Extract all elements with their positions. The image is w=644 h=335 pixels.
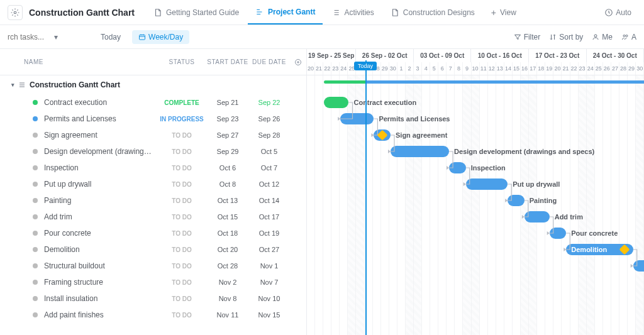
task-due-date[interactable]: Nov 15 bbox=[248, 311, 290, 319]
task-due-date[interactable]: Sep 22 bbox=[248, 99, 290, 106]
gear-icon[interactable] bbox=[8, 5, 23, 20]
task-start-date[interactable]: Nov 8 bbox=[207, 295, 248, 302]
task-status[interactable]: TO DO bbox=[157, 148, 207, 155]
gantt-bar[interactable]: Contract execution bbox=[324, 97, 349, 108]
automation-button[interactable]: Auto bbox=[599, 6, 636, 19]
task-start-date[interactable]: Oct 18 bbox=[207, 229, 248, 237]
task-row[interactable]: Add paint finishes TO DO Nov 11 Nov 15 bbox=[0, 307, 306, 323]
today-button[interactable]: Today bbox=[96, 30, 126, 44]
task-start-date[interactable]: Sep 23 bbox=[207, 115, 248, 123]
task-row[interactable]: Permits and Licenses IN PROGRESS Sep 23 … bbox=[0, 111, 306, 127]
task-start-date[interactable]: Nov 2 bbox=[207, 278, 248, 286]
task-status[interactable]: IN PROGRESS bbox=[157, 116, 207, 123]
task-due-date[interactable]: Oct 19 bbox=[248, 229, 290, 237]
gantt-bar[interactable]: Permits and Licenses bbox=[340, 113, 374, 124]
task-status[interactable]: TO DO bbox=[157, 295, 207, 302]
gantt-row: Inspection bbox=[307, 160, 644, 176]
task-status[interactable]: TO DO bbox=[157, 246, 207, 253]
gantt-bar[interactable]: Inspection bbox=[449, 162, 466, 173]
task-status[interactable]: TO DO bbox=[157, 181, 207, 188]
task-row[interactable]: Framing structure TO DO Nov 2 Nov 7 bbox=[0, 274, 306, 290]
day-header: 3 bbox=[414, 62, 422, 75]
task-start-date[interactable]: Oct 28 bbox=[207, 262, 248, 270]
me-filter[interactable]: Me bbox=[592, 33, 613, 41]
task-status[interactable]: TO DO bbox=[157, 312, 207, 319]
gantt-bar[interactable]: Painting bbox=[508, 195, 525, 206]
tab-construction-designs[interactable]: Construction Designs bbox=[383, 0, 482, 25]
task-status[interactable]: TO DO bbox=[157, 132, 207, 139]
col-header-start[interactable]: Start Date bbox=[207, 58, 248, 65]
task-row[interactable]: Put up drywall TO DO Oct 8 Oct 12 bbox=[0, 176, 306, 192]
task-due-date[interactable]: Sep 26 bbox=[248, 115, 290, 123]
task-start-date[interactable]: Oct 15 bbox=[207, 213, 248, 221]
task-start-date[interactable]: Oct 8 bbox=[207, 180, 248, 188]
task-due-date[interactable]: Nov 10 bbox=[248, 295, 290, 302]
today-line bbox=[365, 60, 367, 335]
assignees-filter[interactable]: A bbox=[621, 33, 636, 41]
tab-activities[interactable]: Activities bbox=[324, 0, 381, 25]
task-row[interactable]: Add trim TO DO Oct 15 Oct 17 bbox=[0, 209, 306, 225]
gantt-bar[interactable]: Put up drywall bbox=[466, 178, 508, 190]
gantt-bar[interactable]: Structural buildout bbox=[633, 260, 644, 272]
task-start-date[interactable]: Oct 13 bbox=[207, 197, 248, 204]
task-row[interactable]: Install insulation TO DO Nov 8 Nov 10 bbox=[0, 290, 306, 307]
search-input[interactable] bbox=[8, 33, 52, 41]
sortby-button[interactable]: Sort by bbox=[549, 33, 583, 41]
gantt-bar[interactable]: Design development (drawings and specs) bbox=[391, 146, 449, 157]
day-header: 20 bbox=[553, 62, 562, 75]
group-toggle[interactable]: ▾ Construction Gantt Chart bbox=[0, 75, 306, 94]
tab-project-gantt[interactable]: Project Gantt bbox=[248, 0, 323, 25]
task-row[interactable]: Pour concrete TO DO Oct 18 Oct 19 bbox=[0, 225, 306, 241]
task-status[interactable]: TO DO bbox=[157, 197, 207, 204]
col-header-due[interactable]: Due Date bbox=[248, 58, 290, 65]
chevron-down-icon[interactable]: ▾ bbox=[54, 33, 58, 41]
filter-button[interactable]: Filter bbox=[514, 33, 541, 41]
task-start-date[interactable]: Sep 21 bbox=[207, 99, 248, 106]
task-status[interactable]: TO DO bbox=[157, 165, 207, 172]
day-header: 27 bbox=[611, 62, 619, 75]
task-row[interactable]: Painting TO DO Oct 13 Oct 14 bbox=[0, 192, 306, 209]
task-start-date[interactable]: Oct 6 bbox=[207, 164, 248, 172]
col-header-name[interactable]: NAME bbox=[0, 58, 157, 65]
task-status[interactable]: TO DO bbox=[157, 214, 207, 221]
gantt-row: Contract execution bbox=[307, 94, 644, 111]
search-input-wrap[interactable]: ▾ bbox=[8, 33, 89, 41]
day-header: 29 bbox=[628, 62, 636, 75]
task-row[interactable]: Structural buildout TO DO Oct 28 Nov 1 bbox=[0, 258, 306, 274]
tab-view[interactable]: +View bbox=[484, 0, 524, 25]
task-status[interactable]: TO DO bbox=[157, 263, 207, 270]
task-start-date[interactable]: Sep 29 bbox=[207, 148, 248, 155]
add-column-button[interactable] bbox=[290, 58, 306, 66]
task-due-date[interactable]: Nov 1 bbox=[248, 262, 290, 270]
task-due-date[interactable]: Oct 5 bbox=[248, 148, 290, 155]
group-summary-bar[interactable] bbox=[324, 80, 644, 84]
col-header-status[interactable]: Status bbox=[157, 58, 207, 65]
task-row[interactable]: Contract execution COMPLETE Sep 21 Sep 2… bbox=[0, 94, 306, 111]
task-due-date[interactable]: Oct 7 bbox=[248, 164, 290, 172]
task-due-date[interactable]: Oct 12 bbox=[248, 180, 290, 188]
zoom-selector[interactable]: Week/Day bbox=[132, 30, 189, 44]
task-due-date[interactable]: Oct 27 bbox=[248, 246, 290, 253]
status-dot bbox=[33, 214, 38, 219]
task-row[interactable]: Inspection TO DO Oct 6 Oct 7 bbox=[0, 160, 306, 176]
task-status[interactable]: TO DO bbox=[157, 279, 207, 286]
task-status[interactable]: TO DO bbox=[157, 230, 207, 237]
tab-getting-started-guide[interactable]: Getting Started Guide bbox=[146, 0, 247, 25]
status-dot bbox=[33, 165, 38, 170]
task-row[interactable]: Sign agreement TO DO Sep 27 Sep 28 bbox=[0, 127, 306, 143]
task-row[interactable]: Design development (drawings an... TO DO… bbox=[0, 143, 306, 160]
task-row[interactable]: Demolition TO DO Oct 20 Oct 27 bbox=[0, 241, 306, 258]
task-due-date[interactable]: Nov 7 bbox=[248, 278, 290, 286]
task-start-date[interactable]: Oct 20 bbox=[207, 246, 248, 253]
task-status[interactable]: COMPLETE bbox=[157, 99, 207, 106]
gantt-bar[interactable]: Add trim bbox=[525, 211, 550, 222]
task-due-date[interactable]: Sep 28 bbox=[248, 131, 290, 139]
task-due-date[interactable]: Oct 17 bbox=[248, 213, 290, 221]
gantt-bar[interactable]: Pour concrete bbox=[550, 228, 567, 239]
status-dot bbox=[33, 296, 38, 301]
board-title: Construction Gantt Chart bbox=[29, 8, 135, 18]
gantt-row: Design development (drawings and specs) bbox=[307, 143, 644, 160]
task-start-date[interactable]: Sep 27 bbox=[207, 131, 248, 139]
task-due-date[interactable]: Oct 14 bbox=[248, 197, 290, 204]
task-start-date[interactable]: Nov 11 bbox=[207, 311, 248, 319]
